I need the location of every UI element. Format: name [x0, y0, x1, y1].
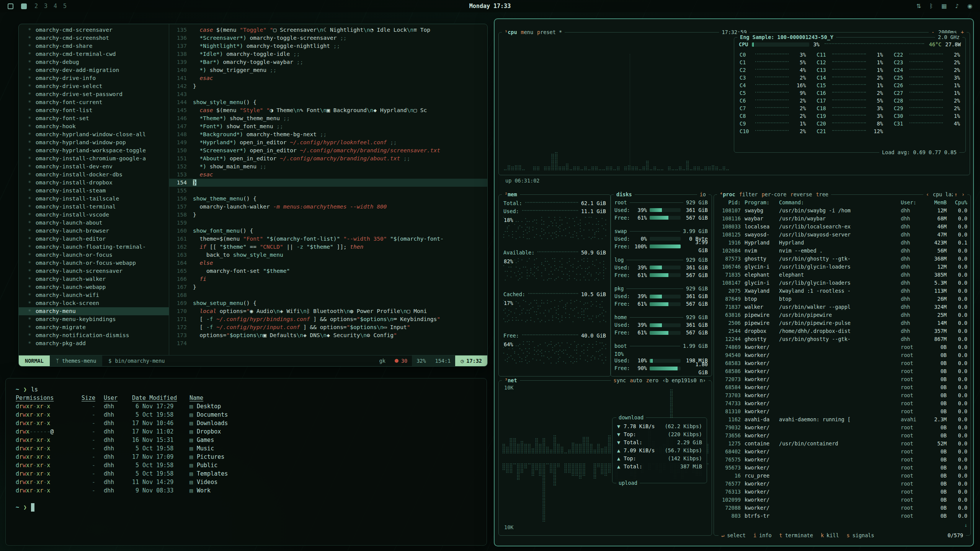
process-row[interactable]: 81310kworker/root0B0.0	[718, 408, 967, 416]
file-item[interactable]: *omarchy-hyprland-window-pop	[19, 139, 169, 147]
menu-button[interactable]: menu	[521, 28, 534, 36]
file-item[interactable]: *omarchy-launch-browser	[19, 227, 169, 235]
file-item[interactable]: *omarchy-launch-screensaver	[19, 267, 169, 275]
process-row[interactable]: 71837walker/usr/bin/walker --gappldhh324…	[718, 303, 967, 311]
file-item[interactable]: *omarchy-drive-info	[19, 74, 169, 82]
process-row[interactable]: 76313kworker/root0B0.0	[718, 488, 967, 496]
process-row[interactable]: 2506pipewire/usr/bin/pipewire-pulsedhh14…	[718, 319, 967, 327]
process-row[interactable]: 87573ghostty/usr/bin/ghostty --gtk-dhh36…	[718, 255, 967, 263]
process-row[interactable]: 87649btopbtopdhh26M0.0	[718, 295, 967, 303]
proc-footer-info[interactable]: iinfo	[753, 531, 772, 540]
proc-btn-per-core[interactable]: per-core	[761, 191, 786, 199]
process-row[interactable]: 73703kworker/root0B0.0	[718, 391, 967, 399]
file-item[interactable]: *omarchy-install-terminal	[19, 203, 169, 211]
process-row[interactable]: 2544dropbox/home/dhh/.dropbox-distdhh357…	[718, 327, 967, 335]
process-row[interactable]: 108147glycin-i/usr/lib/glycin-loadersdhh…	[718, 279, 967, 287]
process-row[interactable]: 1916HyprlandHyprlanddhh423M0.1	[718, 239, 967, 247]
file-item[interactable]: *omarchy-font-list	[19, 106, 169, 114]
file-item[interactable]: *omarchy-install-chromium-google-a	[19, 155, 169, 163]
process-row[interactable]: 76577kworker/root0B0.0	[718, 480, 967, 488]
proc-footer-signals[interactable]: ssignals	[847, 531, 874, 540]
process-row[interactable]: 108107swaybg/usr/bin/swaybg -i /homdhh12…	[718, 207, 967, 215]
process-row[interactable]: 72073kworker/root0B0.0	[718, 375, 967, 383]
workspace-4[interactable]: 4	[54, 3, 57, 10]
net-btn-auto[interactable]: auto	[630, 377, 642, 385]
proc-footer-terminate[interactable]: tterminate	[779, 531, 813, 540]
file-item[interactable]: *omarchy-lock-screen	[19, 299, 169, 307]
mode-next-icon[interactable]: ›	[962, 191, 965, 199]
process-row[interactable]: 72088kworker/root0B0.0	[718, 504, 967, 512]
file-item[interactable]: *omarchy-debug	[19, 58, 169, 66]
workspace-3[interactable]: 3	[44, 3, 47, 10]
process-row[interactable]: 94540kworker/root0B0.0	[718, 351, 967, 359]
file-item[interactable]: *omarchy-launch-about	[19, 219, 169, 227]
process-row[interactable]: 95673kworker/root0B0.0	[718, 464, 967, 472]
process-table-header[interactable]: Pid:Program:Command:User:MemBCpu%	[718, 199, 967, 207]
process-row[interactable]: 73656kworker/root0B0.0	[718, 432, 967, 440]
file-item[interactable]: *omarchy-font-current	[19, 98, 169, 106]
file-item[interactable]: *omarchy-hook	[19, 122, 169, 130]
process-row[interactable]: 2075XwaylandXwayland :1 -rootless -dhh11…	[718, 287, 967, 295]
terminal-window[interactable]: ~ ❯ ls PermissionsSizeUserDate ModifiedN…	[5, 378, 487, 546]
proc-btn-tree[interactable]: tree	[816, 191, 828, 199]
process-row[interactable]: 68583kworker/root0B0.0	[718, 359, 967, 367]
tray-icon-1[interactable]: ᛒ	[929, 3, 933, 10]
file-item[interactable]: *omarchy-install-dropbox	[19, 179, 169, 187]
process-row[interactable]: 102684nvimnvim --embed .dhh56M0.0	[718, 247, 967, 255]
file-item[interactable]: *omarchy-launch-editor	[19, 235, 169, 243]
file-item[interactable]: *omarchy-launch-or-focus	[19, 251, 169, 259]
file-item[interactable]: *omarchy-cmd-share	[19, 42, 169, 50]
file-item[interactable]: *omarchy-launch-webapp	[19, 283, 169, 291]
file-item[interactable]: *omarchy-hyprland-window-close-all	[19, 130, 169, 139]
process-row[interactable]: 1275containe/usr/bin/containerdroot52M0.…	[718, 440, 967, 448]
process-row[interactable]: 74733kworker/root0B0.0	[718, 399, 967, 408]
preset-button[interactable]: preset *	[537, 28, 562, 36]
file-item[interactable]: *omarchy-hyprland-workspace-toggle	[19, 147, 169, 155]
proc-footer-select[interactable]: ↵select	[721, 531, 746, 540]
tray-icon-3[interactable]: ♪	[955, 3, 959, 10]
process-row[interactable]: 68402kworker/root0B0.0	[718, 448, 967, 456]
process-row[interactable]: 74869kworker/root0B0.0	[718, 343, 967, 351]
workspace-1-app-icon-2[interactable]	[21, 3, 27, 9]
file-item[interactable]: *omarchy-launch-floating-terminal-	[19, 243, 169, 251]
tray-icon-2[interactable]: ▦	[941, 3, 947, 10]
process-row[interactable]: 76575kworker/root0B0.0	[718, 456, 967, 464]
process-row[interactable]: 803btrfs-trroot0B0.0	[718, 512, 967, 520]
scroll-down-icon[interactable]: ↓	[964, 521, 967, 529]
code-buffer[interactable]: 135 case $(menu "Toggle" "▢ Screensaver\…	[169, 24, 487, 355]
process-row[interactable]: 1162avahi-daavahi-daemon: running [avahi…	[718, 416, 967, 424]
file-item[interactable]: *omarchy-dev-add-migration	[19, 66, 169, 74]
process-row[interactable]: 108033localsea/usr/lib/localsearch-exdhh…	[718, 223, 967, 231]
file-item[interactable]: *omarchy-install-dev-env	[19, 163, 169, 171]
process-row[interactable]: 16rcu_preeroot0B0.0	[718, 472, 967, 480]
process-row[interactable]: 108116waybar/usr/bin/waybardhh68M0.0	[718, 215, 967, 223]
file-item[interactable]: *omarchy-notification-dismiss	[19, 331, 169, 339]
process-row[interactable]: 63816pipewire/usr/bin/pipewiredhh25M0.0	[718, 311, 967, 319]
process-row[interactable]: 12244ghostty/usr/bin/ghostty --gtk-dhh86…	[718, 335, 967, 343]
interface-selector[interactable]: ‹b enp191s0 n›	[662, 377, 706, 385]
file-item[interactable]: *omarchy-cmd-terminal-cwd	[19, 50, 169, 58]
file-item[interactable]: *omarchy-drive-set-password	[19, 90, 169, 98]
file-item[interactable]: *omarchy-install-steam	[19, 187, 169, 195]
file-item[interactable]: *omarchy-font-set	[19, 114, 169, 122]
workspace-1-app-icon[interactable]	[8, 3, 13, 9]
process-row[interactable]: 79032kworker/root0B0.0	[718, 424, 967, 432]
file-item[interactable]: *omarchy-menu	[19, 307, 169, 315]
workspace-numbers[interactable]: 2345	[34, 3, 73, 10]
file-item[interactable]: *omarchy-install-docker-dbs	[19, 171, 169, 179]
file-item[interactable]: *omarchy-drive-select	[19, 82, 169, 90]
file-item[interactable]: *omarchy-launch-wifi	[19, 291, 169, 299]
proc-mode-selector[interactable]: ‹ cpu lazy ›	[923, 191, 967, 199]
interval-minus-button[interactable]: -	[931, 28, 934, 36]
scroll-up-icon[interactable]: ↑	[953, 191, 959, 199]
workspace-5[interactable]: 5	[63, 3, 67, 10]
net-btn-zero[interactable]: zero	[646, 377, 659, 385]
file-item[interactable]: *omarchy-cmd-screenshot	[19, 34, 169, 42]
process-row[interactable]: 68584kworker/root0B0.0	[718, 383, 967, 391]
net-btn-sync[interactable]: sync	[614, 377, 626, 385]
io-toggle[interactable]: io	[697, 191, 709, 199]
file-item[interactable]: *omarchy-install-tailscale	[19, 195, 169, 203]
process-row[interactable]: 108125swayosd-/usr/lib/swayosd-serverdhh…	[718, 231, 967, 239]
file-item[interactable]: *omarchy-cmd-screensaver	[19, 26, 169, 34]
file-item[interactable]: *omarchy-pkg-add	[19, 339, 169, 347]
